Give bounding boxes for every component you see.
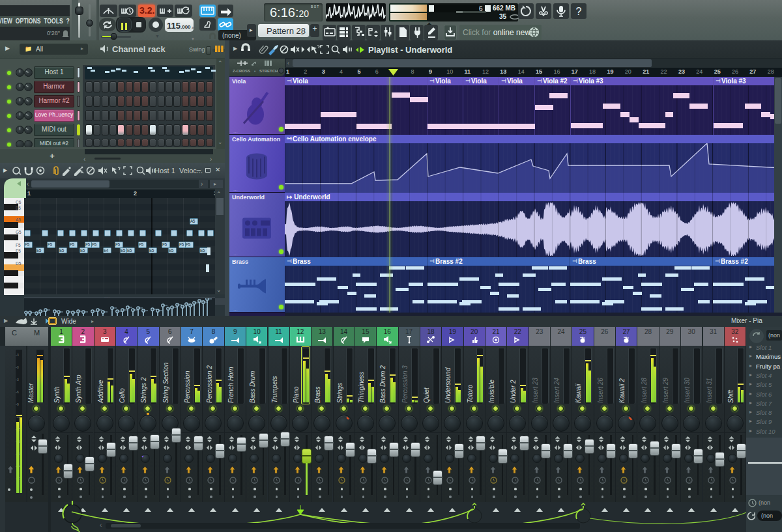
svg-text:Strings: Strings (336, 383, 343, 403)
svg-text:Shift: Shift (727, 389, 734, 403)
svg-text:Insert 23: Insert 23 (532, 378, 539, 403)
svg-text:Additive: Additive (97, 380, 104, 404)
svg-text:Insert 31: Insert 31 (706, 378, 713, 403)
svg-text:Insert 30: Insert 30 (684, 378, 691, 403)
svg-text:Under 2: Under 2 (510, 380, 517, 403)
svg-text:Bass Drum 2: Bass Drum 2 (379, 365, 386, 403)
svg-text:Master: Master (27, 383, 35, 403)
svg-text:Kawaii 2: Kawaii 2 (618, 378, 626, 403)
svg-text:Percussion: Percussion (184, 371, 191, 403)
svg-text:String Section: String Section (162, 362, 169, 403)
svg-text:Totoro: Totoro (467, 385, 474, 403)
svg-text:Cello: Cello (119, 388, 126, 403)
svg-text:Kawaii: Kawaii (575, 384, 582, 403)
svg-text:Thinginess: Thinginess (358, 372, 365, 403)
svg-text:Quiet: Quiet (423, 387, 430, 403)
svg-text:Undersound: Undersound (444, 367, 452, 403)
svg-text:Percussion 2: Percussion 2 (206, 365, 213, 403)
svg-text:Brass: Brass (314, 386, 321, 403)
svg-text:Synth Arp: Synth Arp (75, 374, 82, 403)
svg-text:Trumpets: Trumpets (271, 376, 278, 404)
svg-text:Invisible: Invisible (488, 379, 495, 403)
svg-text:Bass Drum: Bass Drum (249, 371, 256, 403)
svg-text:Insert 24: Insert 24 (553, 378, 560, 403)
svg-text:Insert 26: Insert 26 (597, 378, 604, 403)
svg-text:?: ? (576, 6, 582, 17)
svg-text:Percussion 3: Percussion 3 (401, 365, 409, 403)
svg-text:French Horn: French Horn (227, 367, 235, 403)
svg-text:Insert 29: Insert 29 (662, 378, 669, 403)
svg-text:Synth: Synth (53, 386, 61, 403)
svg-text:Strings 2: Strings 2 (140, 377, 147, 403)
svg-text:Piano: Piano (293, 386, 300, 403)
svg-text:Insert 28: Insert 28 (641, 378, 648, 403)
